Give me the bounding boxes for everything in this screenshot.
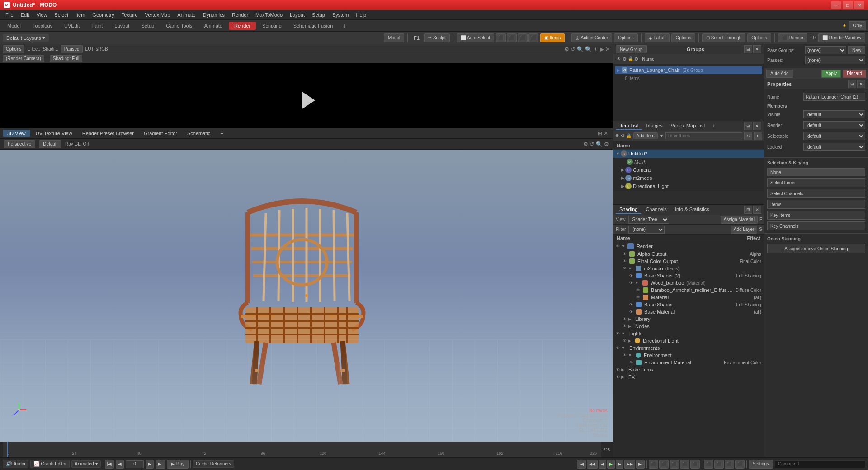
viewport-controls[interactable]: ⚙ ↺ 🔍 ⚙ xyxy=(583,141,609,147)
play-button[interactable]: ▶ Play xyxy=(167,460,189,469)
assign-remove-onion-button[interactable]: Assign/Remove Onion Skinning xyxy=(767,244,865,253)
transport-btn-2[interactable]: ◀◀ xyxy=(587,460,598,469)
tab-uv-texture[interactable]: UV Texture View xyxy=(31,130,77,137)
shading-close-button[interactable]: ✕ xyxy=(753,206,761,214)
auto-select-button[interactable]: ⬜ Auto Select xyxy=(457,33,494,42)
tab-gradient[interactable]: Gradient Editor xyxy=(139,130,182,137)
nav-btn-2[interactable]: ⬛ xyxy=(714,460,724,469)
auto-add-button[interactable]: Auto Add xyxy=(766,70,793,78)
sh-item-dirlight[interactable]: 👁 ▶ Directional Light xyxy=(613,337,764,344)
menu-item-edit[interactable]: Edit xyxy=(17,11,33,19)
mode-btn-3[interactable]: ⬛ xyxy=(670,460,679,469)
menu-item-select[interactable]: Select xyxy=(51,11,72,19)
items-button[interactable]: ▣ Items xyxy=(540,33,565,42)
tab-render-preset[interactable]: Render Preset Browser xyxy=(78,130,138,137)
menu-item-vertex-map[interactable]: Vertex Map xyxy=(142,11,174,19)
tab-game-tools[interactable]: Game Tools xyxy=(160,22,198,30)
transform-btn-1[interactable]: ⬛ xyxy=(496,33,506,42)
model-button[interactable]: Model xyxy=(384,33,404,42)
viewport-maximize[interactable]: ⊞ ✕ xyxy=(596,130,610,136)
item-list-expand-button[interactable]: ⊞ xyxy=(744,122,752,130)
key-channels-button[interactable]: Key Channels xyxy=(767,221,865,230)
sh-item-lights[interactable]: 👁 ▼ Lights xyxy=(613,330,764,337)
next-frame-button[interactable]: ▶ xyxy=(146,460,154,469)
transport-btn-3[interactable]: ◀ xyxy=(599,460,606,469)
tab-3dview[interactable]: 3D View xyxy=(3,130,30,137)
frame-input[interactable] xyxy=(126,460,144,468)
new-group-button[interactable]: New Group xyxy=(616,45,647,53)
render-options-button[interactable]: Options xyxy=(3,45,24,53)
shading-expand-button[interactable]: ⊞ xyxy=(744,206,752,214)
tab-info-stats[interactable]: Info & Statistics xyxy=(671,206,713,214)
sh-item-baseshader2[interactable]: 👁 Base Shader (2) Full Shading xyxy=(613,272,764,279)
prop-name-input[interactable] xyxy=(803,93,865,101)
sh-item-woodbamboo[interactable]: 👁 ▼ Wood_bamboo (Material) xyxy=(613,279,764,287)
add-item-button[interactable]: Add Item xyxy=(633,132,658,139)
props-close-button[interactable]: ✕ xyxy=(857,80,865,88)
tree-item-dirlight[interactable]: ▶ L Directional Light xyxy=(613,182,764,190)
groups-expand-button[interactable]: ⊞ xyxy=(744,45,752,53)
settings-button[interactable]: Settings xyxy=(749,460,773,469)
prev-frame-button[interactable]: ◀ xyxy=(116,460,124,469)
tree-item-mesh[interactable]: M Mesh xyxy=(613,158,764,166)
render-icons[interactable]: ⚙ ↺ 🔍 🔍 ☀ ▶ ✕ xyxy=(564,46,610,52)
tab-render[interactable]: Render xyxy=(229,22,256,30)
visible-select[interactable]: default xyxy=(803,110,865,118)
options3-button[interactable]: Options xyxy=(747,33,771,42)
nav-btn-4[interactable]: ⬛ xyxy=(735,460,745,469)
sh-item-alpha[interactable]: 👁 Alpha Output Alpha xyxy=(613,250,764,258)
add-viewport-tab[interactable]: + xyxy=(216,130,227,137)
add-layer-button[interactable]: Add Layer xyxy=(731,226,758,234)
sh-item-env-material[interactable]: 👁 Environment Material Environment Color xyxy=(613,359,764,366)
il-filter-button[interactable]: F xyxy=(754,132,762,140)
sh-item-environments[interactable]: 👁 ▼ Environments xyxy=(613,344,764,352)
assign-material-button[interactable]: Assign Material xyxy=(721,216,758,224)
audio-button[interactable]: 🔊 Audio xyxy=(3,460,28,468)
tab-vertex-map[interactable]: Vertex Map List xyxy=(667,122,709,130)
nav-btn-3[interactable]: ⬛ xyxy=(725,460,734,469)
fi-label[interactable]: F1 xyxy=(411,34,422,42)
menu-item-texture[interactable]: Texture xyxy=(118,11,142,19)
transport-btn-5[interactable]: ▶ xyxy=(616,460,623,469)
group-item[interactable]: ▶ G Rattan_Lounger_Chair (2): Group xyxy=(615,66,762,74)
selectable-select[interactable]: default xyxy=(803,132,865,140)
default-layouts-dropdown[interactable]: Default Layouts ▾ xyxy=(3,34,49,42)
action-center-button[interactable]: ◎ Action Center xyxy=(571,33,612,42)
mode-btn-2[interactable]: ⬛ xyxy=(659,460,669,469)
select-through-button[interactable]: ⊞ Select Through xyxy=(702,33,745,42)
sh-item-fx[interactable]: 👁 ▶ FX xyxy=(613,373,764,381)
sculpt-button[interactable]: ✏ Sculpt xyxy=(424,33,450,42)
menu-item-system[interactable]: System xyxy=(329,11,353,19)
pass-groups-select[interactable]: (none) xyxy=(805,46,846,54)
falloff-button[interactable]: ◈ Falloff xyxy=(645,33,670,42)
tab-schematic[interactable]: Schematic Fusion xyxy=(288,22,338,30)
default-button[interactable]: Default xyxy=(39,140,61,148)
transform-btn-2[interactable]: ⬛ xyxy=(507,33,517,42)
passes-select[interactable]: (none) xyxy=(805,56,865,64)
cache-deformers-button[interactable]: Cache Deformers xyxy=(193,460,234,468)
go-start-button[interactable]: |◀ xyxy=(105,460,114,469)
tree-item-m2modo[interactable]: ▶ m m2modo xyxy=(613,174,764,182)
paused-button[interactable]: Paused xyxy=(61,45,83,53)
sh-item-bake[interactable]: 👁 ▶ Bake Items xyxy=(613,366,764,373)
tab-uvedit[interactable]: UVEdit xyxy=(59,22,85,30)
transport-btn-7[interactable]: ▶| xyxy=(636,460,645,469)
render-select[interactable]: default xyxy=(803,121,865,129)
tab-channels[interactable]: Channels xyxy=(642,206,670,214)
sh-item-library[interactable]: 👁 ▶ Library xyxy=(613,315,764,323)
props-expand-button[interactable]: ⊞ xyxy=(848,80,856,88)
render-window-button[interactable]: ⬜ Render Window xyxy=(818,33,865,42)
sh-item-basematerial[interactable]: 👁 Base Material (all) xyxy=(613,308,764,315)
sh-view-select[interactable]: Shader Tree xyxy=(628,216,669,224)
render-button[interactable]: ⬛ Render xyxy=(778,33,808,42)
new-pass-button[interactable]: New xyxy=(848,46,865,54)
menu-item-layout[interactable]: Layout xyxy=(286,11,308,19)
close-button[interactable]: ✕ xyxy=(854,1,864,9)
sh-item-baseshader[interactable]: 👁 Base Shader Full Shading xyxy=(613,301,764,308)
transform-btn-4[interactable]: ⬛ xyxy=(528,33,538,42)
menu-item-file[interactable]: File xyxy=(2,11,17,19)
menu-item-item[interactable]: Item xyxy=(72,11,89,19)
transport-btn-4[interactable]: ▶ xyxy=(607,460,615,469)
shading-button[interactable]: Shading: Full xyxy=(50,55,82,62)
apply-button[interactable]: Apply xyxy=(821,70,841,78)
